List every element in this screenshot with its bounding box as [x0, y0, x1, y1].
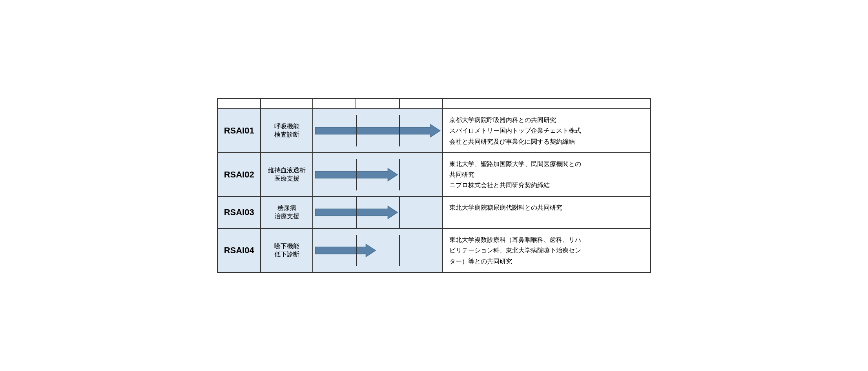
progress-arrow	[313, 197, 442, 228]
main-table-wrapper: RSAI01呼吸機能検査診断京都大学病院呼吸器内科との共同研究スパイロメトリー国…	[217, 98, 651, 273]
disease-cell: 嚥下機能低下診断	[261, 228, 312, 272]
notes-cell: 京都大学病院呼吸器内科との共同研究スパイロメトリー国内トップ企業チェスト株式会社…	[443, 109, 651, 153]
header-explore	[313, 99, 356, 109]
disease-cell: 糖尿病治療支援	[261, 196, 312, 228]
header-implement	[399, 99, 443, 109]
code-cell: RSAI01	[217, 109, 261, 153]
table-row: RSAI03糖尿病治療支援東北大学病院糖尿病代謝科との共同研究	[217, 196, 651, 228]
notes-cell: 東北大学、聖路加国際大学、民間医療機関との共同研究ニプロ株式会社と共同研究契約締…	[443, 153, 651, 197]
header-notes	[443, 99, 651, 109]
disease-cell: 維持血液透析医療支援	[261, 153, 312, 197]
phases-cell	[313, 228, 443, 272]
development-table: RSAI01呼吸機能検査診断京都大学病院呼吸器内科との共同研究スパイロメトリー国…	[217, 98, 651, 273]
disease-cell: 呼吸機能検査診断	[261, 109, 312, 153]
phases-cell	[313, 153, 443, 197]
notes-cell: 東北大学病院糖尿病代謝科との共同研究	[443, 196, 651, 228]
svg-marker-3	[315, 244, 376, 257]
header-disease	[261, 99, 312, 109]
code-cell: RSAI02	[217, 153, 261, 197]
progress-arrow	[313, 115, 442, 146]
progress-arrow	[313, 159, 442, 190]
phases-cell	[313, 109, 443, 153]
header-develop	[356, 99, 399, 109]
code-cell: RSAI04	[217, 228, 261, 272]
phases-cell	[313, 196, 443, 228]
notes-cell: 東北大学複数診療科（耳鼻咽喉科、歯科、リハビリテーション科、東北大学病院嚥下治療…	[443, 228, 651, 272]
progress-arrow	[313, 235, 442, 266]
code-cell: RSAI03	[217, 196, 261, 228]
svg-marker-0	[315, 124, 440, 137]
table-row: RSAI02維持血液透析医療支援東北大学、聖路加国際大学、民間医療機関との共同研…	[217, 153, 651, 197]
table-row: RSAI01呼吸機能検査診断京都大学病院呼吸器内科との共同研究スパイロメトリー国…	[217, 109, 651, 153]
table-row: RSAI04嚥下機能低下診断東北大学複数診療科（耳鼻咽喉科、歯科、リハビリテーシ…	[217, 228, 651, 272]
header-code	[217, 99, 261, 109]
